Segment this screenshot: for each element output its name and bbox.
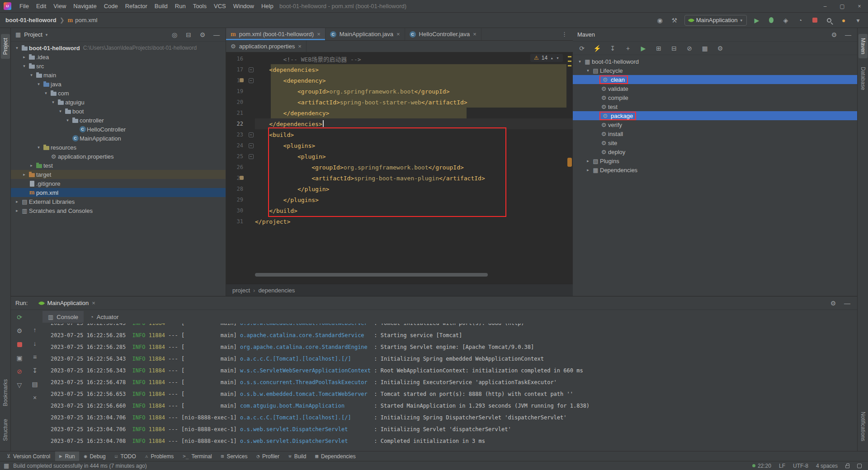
stop-button[interactable] — [810, 16, 819, 25]
add-maven-project-icon[interactable]: + — [623, 44, 632, 53]
maven-item-boot-01-helloword[interactable]: ▾▦boot-01-helloword — [573, 57, 857, 66]
coverage-button[interactable]: ◈ — [781, 16, 790, 25]
breadcrumb-project[interactable]: project — [232, 287, 250, 294]
project-panel-title[interactable]: Project — [24, 31, 42, 38]
tool-stripe-project[interactable]: Project — [1, 34, 10, 59]
breadcrumb-file[interactable]: pom.xml — [75, 17, 97, 24]
run-tab-mainapplication[interactable]: MainApplication × — [39, 300, 95, 306]
hide-panel-icon[interactable]: — — [212, 30, 221, 39]
chevron-expanded-icon[interactable]: ▾ — [42, 91, 49, 95]
gutter-marker-icon[interactable] — [240, 78, 244, 82]
tool-stripe-notifications[interactable]: Notifications — [859, 408, 868, 445]
line-separator-widget[interactable]: LF — [779, 463, 785, 469]
fold-icon[interactable]: − — [249, 132, 254, 137]
next-occurrence-button[interactable]: ↓ — [30, 339, 39, 348]
close-icon[interactable]: × — [298, 43, 302, 50]
editor-tab-mainapplication-java[interactable]: CMainApplication.java× — [326, 28, 405, 40]
toolbar-chevron-icon[interactable]: ▾ — [854, 16, 863, 25]
readonly-lock-widget[interactable] — [845, 463, 849, 468]
project-item-boot-01-helloword[interactable]: ▾boot-01-hellowordC:\Users\Jason\IdeaPro… — [11, 43, 226, 52]
menu-build[interactable]: Build — [151, 1, 171, 11]
breadcrumb-project[interactable]: boot-01-helloword — [5, 17, 57, 24]
toolwindow-button-todo[interactable]: ☑TODO — [111, 451, 140, 461]
stop-button[interactable] — [15, 340, 24, 349]
project-item-pom-xml[interactable]: mpom.xml — [11, 188, 226, 197]
maven-item-verify[interactable]: ⚙verify — [573, 120, 857, 129]
maven-item-plugins[interactable]: ▸▧Plugins — [573, 156, 857, 165]
chevron-collapsed-icon[interactable]: ▸ — [14, 208, 20, 213]
chevron-expanded-icon[interactable]: ▾ — [14, 46, 20, 50]
project-item-main[interactable]: ▾main — [11, 70, 226, 80]
chevron-expanded-icon[interactable]: ▾ — [57, 109, 64, 113]
project-item-mainapplication[interactable]: CMainApplication — [11, 134, 226, 143]
chevron-expanded-icon[interactable]: ▾ — [585, 68, 591, 73]
encoding-widget[interactable]: UTF-8 — [793, 463, 808, 469]
project-item-gitignore[interactable]: .gitignore — [11, 179, 226, 188]
build-hammer-icon[interactable]: ⚒ — [670, 16, 679, 25]
project-item-external-libraries[interactable]: ▸▤External Libraries — [11, 197, 226, 206]
fold-icon[interactable]: − — [249, 154, 254, 159]
maven-item-test[interactable]: ⚙test — [573, 102, 857, 111]
print-button[interactable]: ▤ — [30, 380, 39, 389]
prev-occurrence-button[interactable]: ↑ — [30, 325, 39, 334]
editor-tab-hellocontroller-java[interactable]: CHelloController.java× — [405, 28, 481, 40]
toolwindow-button-services[interactable]: ⊞Services — [217, 451, 252, 461]
close-button[interactable]: × — [851, 0, 868, 13]
chevron-collapsed-icon[interactable]: ▸ — [585, 168, 591, 172]
project-item-src[interactable]: ▾src — [11, 61, 226, 70]
chevron-collapsed-icon[interactable]: ▸ — [21, 55, 28, 59]
close-icon[interactable]: × — [396, 31, 400, 38]
project-item-boot[interactable]: ▾boot — [11, 107, 226, 116]
project-item-scratches-and-consoles[interactable]: ▸▥Scratches and Consoles — [11, 206, 226, 215]
close-icon[interactable]: × — [317, 31, 321, 38]
gutter-marker-icon[interactable] — [240, 176, 244, 180]
fold-icon[interactable]: − — [249, 78, 254, 83]
toolwindow-button-terminal[interactable]: >_Terminal — [179, 451, 216, 461]
fold-icon[interactable]: − — [249, 67, 254, 72]
execute-goal-icon[interactable]: ▶ — [639, 44, 648, 53]
chevron-down-icon[interactable]: ▾ — [46, 33, 48, 37]
project-item-com[interactable]: ▾com — [11, 89, 226, 98]
project-item-resources[interactable]: ▾resources — [11, 143, 226, 152]
toolwindow-button-debug[interactable]: ◉Debug — [80, 451, 110, 461]
notifications-widget[interactable] — [857, 464, 862, 468]
maven-item-dependencies[interactable]: ▸▦Dependencies — [573, 165, 857, 174]
project-item-idea[interactable]: ▸.idea — [11, 52, 226, 61]
maximize-button[interactable]: ▢ — [834, 0, 851, 13]
chevron-collapsed-icon[interactable]: ▸ — [14, 199, 20, 204]
indent-widget[interactable]: 4 spaces — [816, 463, 838, 469]
project-item-atguigu[interactable]: ▾atguigu — [11, 98, 226, 107]
collaboration-icon[interactable]: ◉ — [656, 16, 665, 25]
chevron-collapsed-icon[interactable]: ▸ — [585, 159, 591, 163]
code-line-17[interactable]: 17− <dependencies> — [226, 64, 573, 75]
chevron-expanded-icon[interactable]: ▾ — [35, 82, 42, 86]
maven-item-package[interactable]: ⚙package — [573, 111, 857, 120]
chevron-collapsed-icon[interactable]: ▸ — [21, 172, 28, 177]
inspections-widget[interactable]: ⚠ 14 ▲ ▼ — [530, 54, 563, 62]
project-item-target[interactable]: ▸target — [11, 170, 226, 179]
soft-wrap-button[interactable]: ≡ — [30, 352, 39, 362]
collapse-all-icon[interactable]: ⊟ — [670, 44, 679, 53]
maven-item-clean[interactable]: ⚙clean — [573, 75, 857, 84]
run-configuration-select[interactable]: MainApplication ▾ — [684, 15, 747, 26]
tool-stripe-structure[interactable]: Structure — [1, 415, 10, 445]
run-button[interactable]: ▶ — [752, 16, 761, 25]
code-line-20[interactable]: 20 <artifactId>spring-boot-starter-web</… — [226, 97, 573, 108]
menu-file[interactable]: File — [16, 1, 33, 11]
settings-gear-icon[interactable]: ⚙ — [830, 30, 839, 39]
notifications-icon[interactable]: ● — [839, 16, 848, 25]
toolwindow-button-profiler[interactable]: ◔Profiler — [252, 451, 283, 461]
editor-tab-application-properties[interactable]: ⚙application.properties× — [226, 41, 307, 52]
collapse-all-icon[interactable]: ⊟ — [184, 30, 193, 39]
project-item-test[interactable]: ▸test — [11, 161, 226, 170]
chevron-expanded-icon[interactable]: ▾ — [64, 118, 71, 122]
editor-tab-pom-xml-boot-01-helloword[interactable]: mpom.xml (boot-01-helloword)× — [226, 28, 326, 40]
project-item-java[interactable]: ▾java — [11, 80, 226, 89]
code-line-21[interactable]: 21 </dependency> — [226, 108, 573, 118]
maven-item-compile[interactable]: ⚙compile — [573, 93, 857, 102]
maven-item-validate[interactable]: ⚙validate — [573, 84, 857, 93]
clock-widget[interactable]: 22:20 — [752, 463, 771, 469]
maven-item-deploy[interactable]: ⚙deploy — [573, 147, 857, 156]
clear-console-button[interactable]: ▽ — [15, 381, 24, 390]
console-tab-console[interactable]: ▥Console — [42, 311, 84, 323]
